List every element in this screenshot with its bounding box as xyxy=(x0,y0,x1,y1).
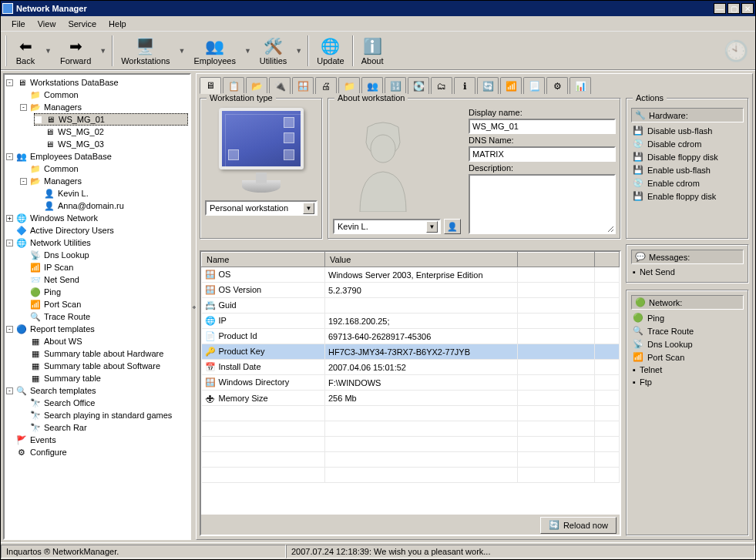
tab-11[interactable]: ℹ xyxy=(454,77,475,94)
tree-configure[interactable]: ⚙Configure xyxy=(6,446,188,458)
menu-service[interactable]: Service xyxy=(62,18,102,30)
tree-net-send[interactable]: 📨Net Send xyxy=(20,273,188,286)
table-row[interactable]: 🪟OSWindows Server 2003, Enterprise Editi… xyxy=(202,267,620,283)
tab-14[interactable]: 📃 xyxy=(523,77,545,94)
dns-input[interactable] xyxy=(469,146,616,162)
table-row[interactable] xyxy=(202,421,620,437)
tab-9[interactable]: 💽 xyxy=(408,77,429,94)
tree-managers[interactable]: -📂Managers xyxy=(20,101,188,113)
expand-icon[interactable]: - xyxy=(20,104,27,111)
action-telnet[interactable]: ▪Telnet xyxy=(631,364,744,376)
display-name-input[interactable] xyxy=(469,119,616,134)
table-row[interactable]: 🌐IP192.168.200.25; xyxy=(202,314,620,329)
action-trace[interactable]: 🔍Trace Route xyxy=(631,324,744,337)
action-disable-floppy[interactable]: 💾Disable floppy disk xyxy=(631,150,744,163)
col-blank-2[interactable] xyxy=(595,253,620,267)
reload-button[interactable]: 🔄Reload now xyxy=(540,517,617,534)
table-row[interactable]: 🪟Windows DirectoryF:\WINDOWS xyxy=(202,375,620,391)
expand-icon[interactable]: - xyxy=(6,153,13,160)
tree-report-tpl[interactable]: -🔵Report templates xyxy=(6,323,188,335)
tree-ws-mg-02[interactable]: 🖥WS_MG_02 xyxy=(34,126,188,138)
tab-1[interactable]: 📋 xyxy=(223,77,244,94)
close-button[interactable]: ✕ xyxy=(741,3,754,14)
maximize-button[interactable]: ▢ xyxy=(727,3,740,14)
action-disable-usb[interactable]: 💾Disable usb-flash xyxy=(631,124,744,137)
tab-15[interactable]: ⚙ xyxy=(546,77,568,94)
tree-common[interactable]: 📁Common xyxy=(20,89,188,101)
tab-12[interactable]: 🔄 xyxy=(477,77,499,94)
tree-emp-common[interactable]: 📁Common xyxy=(20,163,188,175)
menu-view[interactable]: View xyxy=(32,18,62,30)
user-dropdown[interactable]: Kevin L. ▼ xyxy=(333,219,441,234)
workstations-dropdown[interactable]: ▼ xyxy=(176,47,188,55)
col-blank-1[interactable] xyxy=(518,253,595,267)
tab-7[interactable]: 👥 xyxy=(361,77,383,94)
table-row[interactable]: 📅Install Date2007.04.06 15:01:52 xyxy=(202,360,620,375)
col-name[interactable]: Name xyxy=(202,253,325,267)
tree-kevin[interactable]: 👤Kevin L. xyxy=(34,187,188,200)
menu-file[interactable]: File xyxy=(5,18,32,30)
tab-13[interactable]: 📶 xyxy=(500,77,522,94)
tree-sum-tbl[interactable]: ▦Summary table xyxy=(20,372,188,384)
tab-6[interactable]: 📁 xyxy=(338,77,360,94)
tree-dns-lookup[interactable]: 📡Dns Lookup xyxy=(20,249,188,261)
tree-events[interactable]: 🚩Events xyxy=(6,434,188,446)
tree-sum-sw[interactable]: ▦Summary table about Software xyxy=(20,360,188,372)
employees-dropdown[interactable]: ▼ xyxy=(242,47,254,55)
tree-search-tpl[interactable]: -🔍Search templates xyxy=(6,384,188,397)
expand-icon[interactable]: - xyxy=(6,326,13,333)
table-row[interactable]: 🔑Product KeyHF7C3-JMY34-73RX7-B6YX2-77JY… xyxy=(202,344,620,360)
action-disable-cd[interactable]: 💿Disable cdrom xyxy=(631,137,744,150)
tree-ip-scan[interactable]: 📶IP Scan xyxy=(20,261,188,273)
table-row[interactable] xyxy=(202,406,620,421)
tree-search-games[interactable]: 🔭Search playing in standard games xyxy=(20,409,188,421)
col-value[interactable]: Value xyxy=(325,253,518,267)
expand-icon[interactable]: - xyxy=(6,240,13,246)
back-dropdown[interactable]: ▼ xyxy=(42,47,54,55)
action-port-scan[interactable]: 📶Port Scan xyxy=(631,350,744,364)
action-ftp[interactable]: ▪Ftp xyxy=(631,376,744,388)
action-enable-usb[interactable]: 💾Enable usb-flash xyxy=(631,163,744,176)
tree-anna[interactable]: 👤Anna@domain.ru xyxy=(34,200,188,212)
expand-icon[interactable]: + xyxy=(6,215,13,222)
workstations-button[interactable]: 🖥️Workstations xyxy=(116,35,174,67)
tree-trace-route[interactable]: 🔍Trace Route xyxy=(20,310,188,323)
user-detail-button[interactable]: 👤 xyxy=(444,219,461,234)
forward-dropdown[interactable]: ▼ xyxy=(97,47,109,55)
utilities-dropdown[interactable]: ▼ xyxy=(293,47,304,55)
tab-3[interactable]: 🔌 xyxy=(269,77,291,94)
table-row[interactable]: 📄Product Id69713-640-2628917-45306 xyxy=(202,329,620,344)
expand-icon[interactable]: - xyxy=(20,178,27,185)
tree-workstations-db[interactable]: -🖥Workstations DataBase xyxy=(6,76,188,89)
tree-net-utils[interactable]: -🌐Network Utilities xyxy=(6,236,188,249)
tab-5[interactable]: 🖨 xyxy=(315,77,337,94)
ws-type-dropdown[interactable]: Personal workstation ▼ xyxy=(205,200,318,216)
details-table[interactable]: Name Value 🪟OSWindows Server 2003, Enter… xyxy=(201,252,620,515)
forward-button[interactable]: ➡Forward xyxy=(55,35,96,67)
tab-10[interactable]: 🗂 xyxy=(431,77,452,94)
expand-icon[interactable]: - xyxy=(6,79,13,86)
action-enable-cd[interactable]: 💿Enable cdrom xyxy=(631,176,744,189)
tree-ping[interactable]: 🟢Ping xyxy=(20,286,188,298)
about-button[interactable]: ℹ️About xyxy=(357,35,388,67)
navigation-tree[interactable]: -🖥Workstations DataBase 📁Common -📂Manage… xyxy=(3,73,191,540)
action-net-send[interactable]: ▪Net Send xyxy=(631,266,744,278)
action-dns[interactable]: 📡Dns Lookup xyxy=(631,337,744,350)
minimize-button[interactable]: — xyxy=(714,3,726,14)
tree-ws-mg-03[interactable]: 🖥WS_MG_03 xyxy=(34,138,188,150)
description-input[interactable] xyxy=(469,174,616,234)
tree-ws-mg-01[interactable]: 🖥WS_MG_01 xyxy=(34,113,188,126)
table-row[interactable] xyxy=(202,468,620,483)
table-row[interactable] xyxy=(202,437,620,452)
action-ping[interactable]: 🟢Ping xyxy=(631,311,744,324)
expand-icon[interactable]: - xyxy=(6,387,13,394)
tab-8[interactable]: 🔢 xyxy=(385,77,406,94)
table-row[interactable] xyxy=(202,452,620,468)
table-row[interactable]: 🪟OS Version5.2.3790 xyxy=(202,283,620,298)
tree-port-scan[interactable]: 📶Port Scan xyxy=(20,298,188,310)
tab-0[interactable]: 🖥 xyxy=(200,77,221,94)
tab-2[interactable]: 📂 xyxy=(246,77,267,94)
tree-search-office[interactable]: 🔭Search Office xyxy=(20,397,188,409)
tab-16[interactable]: 📊 xyxy=(570,77,591,94)
utilities-button[interactable]: 🛠️Utilities xyxy=(255,35,291,67)
